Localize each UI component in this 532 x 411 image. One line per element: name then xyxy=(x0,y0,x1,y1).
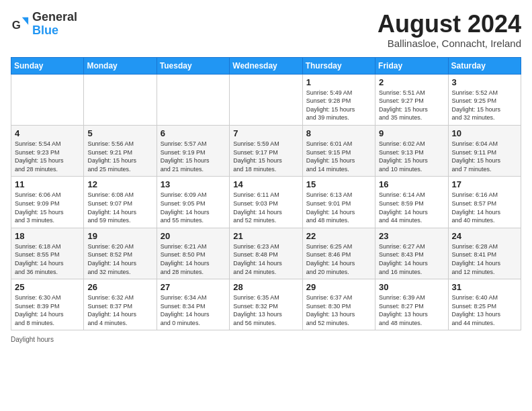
title-block: August 2024 Ballinasloe, Connacht, Irela… xyxy=(378,11,521,49)
page-header: G General Blue August 2024 Ballinasloe, … xyxy=(11,11,521,49)
calendar-header-row: SundayMondayTuesdayWednesdayThursdayFrid… xyxy=(11,57,521,74)
calendar-cell xyxy=(157,74,229,125)
day-info: Sunrise: 6:35 AM Sunset: 8:32 PM Dayligh… xyxy=(233,293,298,327)
day-info: Sunrise: 6:28 AM Sunset: 8:41 PM Dayligh… xyxy=(452,242,517,276)
calendar-cell: 21Sunrise: 6:23 AM Sunset: 8:48 PM Dayli… xyxy=(230,228,302,279)
day-info: Sunrise: 5:52 AM Sunset: 9:25 PM Dayligh… xyxy=(452,89,517,122)
day-info: Sunrise: 5:49 AM Sunset: 9:28 PM Dayligh… xyxy=(306,89,371,122)
calendar-week-row: 25Sunrise: 6:30 AM Sunset: 8:39 PM Dayli… xyxy=(11,279,521,330)
footer-note: Daylight hours xyxy=(11,336,521,343)
calendar-cell: 5Sunrise: 5:56 AM Sunset: 9:21 PM Daylig… xyxy=(84,125,157,176)
day-number: 11 xyxy=(15,179,80,189)
svg-text:G: G xyxy=(12,18,21,31)
day-info: Sunrise: 6:14 AM Sunset: 8:59 PM Dayligh… xyxy=(379,191,444,224)
logo-blue-text: Blue xyxy=(32,24,58,37)
day-number: 23 xyxy=(379,231,444,241)
day-info: Sunrise: 6:34 AM Sunset: 8:34 PM Dayligh… xyxy=(161,293,226,327)
calendar-cell: 17Sunrise: 6:16 AM Sunset: 8:57 PM Dayli… xyxy=(448,177,521,228)
calendar-cell: 29Sunrise: 6:37 AM Sunset: 8:30 PM Dayli… xyxy=(302,279,375,330)
calendar-week-row: 11Sunrise: 6:06 AM Sunset: 9:09 PM Dayli… xyxy=(11,177,521,228)
day-info: Sunrise: 5:57 AM Sunset: 9:19 PM Dayligh… xyxy=(161,140,226,173)
calendar-cell: 11Sunrise: 6:06 AM Sunset: 9:09 PM Dayli… xyxy=(11,177,84,228)
calendar-cell: 10Sunrise: 6:04 AM Sunset: 9:11 PM Dayli… xyxy=(448,125,521,176)
day-number: 17 xyxy=(452,179,517,189)
calendar-cell xyxy=(230,74,302,125)
logo-icon: G xyxy=(11,15,30,34)
day-number: 5 xyxy=(87,128,152,138)
day-number: 7 xyxy=(233,128,298,138)
day-info: Sunrise: 6:37 AM Sunset: 8:30 PM Dayligh… xyxy=(306,293,371,327)
calendar-week-row: 18Sunrise: 6:18 AM Sunset: 8:55 PM Dayli… xyxy=(11,228,521,279)
calendar-cell: 31Sunrise: 6:40 AM Sunset: 8:25 PM Dayli… xyxy=(448,279,521,330)
day-number: 9 xyxy=(379,128,444,138)
day-info: Sunrise: 6:21 AM Sunset: 8:50 PM Dayligh… xyxy=(161,242,226,276)
day-info: Sunrise: 6:16 AM Sunset: 8:57 PM Dayligh… xyxy=(452,191,517,224)
calendar-cell: 24Sunrise: 6:28 AM Sunset: 8:41 PM Dayli… xyxy=(448,228,521,279)
day-number: 2 xyxy=(379,77,444,87)
calendar-cell: 2Sunrise: 5:51 AM Sunset: 9:27 PM Daylig… xyxy=(375,74,448,125)
day-number: 26 xyxy=(87,282,152,292)
day-number: 25 xyxy=(15,282,80,292)
day-number: 10 xyxy=(452,128,517,138)
calendar-cell: 7Sunrise: 5:59 AM Sunset: 9:17 PM Daylig… xyxy=(230,125,302,176)
day-info: Sunrise: 5:59 AM Sunset: 9:17 PM Dayligh… xyxy=(233,140,298,173)
calendar-week-row: 4Sunrise: 5:54 AM Sunset: 9:23 PM Daylig… xyxy=(11,125,521,176)
month-title: August 2024 xyxy=(378,11,521,38)
calendar-cell: 28Sunrise: 6:35 AM Sunset: 8:32 PM Dayli… xyxy=(230,279,302,330)
day-info: Sunrise: 6:09 AM Sunset: 9:05 PM Dayligh… xyxy=(161,191,226,224)
calendar-cell: 19Sunrise: 6:20 AM Sunset: 8:52 PM Dayli… xyxy=(84,228,157,279)
calendar-cell: 3Sunrise: 5:52 AM Sunset: 9:25 PM Daylig… xyxy=(448,74,521,125)
calendar-day-header: Wednesday xyxy=(230,57,302,74)
calendar-cell: 8Sunrise: 6:01 AM Sunset: 9:15 PM Daylig… xyxy=(302,125,375,176)
calendar-table: SundayMondayTuesdayWednesdayThursdayFrid… xyxy=(11,57,521,331)
day-info: Sunrise: 6:11 AM Sunset: 9:03 PM Dayligh… xyxy=(233,191,298,224)
day-number: 14 xyxy=(233,179,298,189)
calendar-cell: 25Sunrise: 6:30 AM Sunset: 8:39 PM Dayli… xyxy=(11,279,84,330)
day-info: Sunrise: 6:01 AM Sunset: 9:15 PM Dayligh… xyxy=(306,140,371,173)
day-info: Sunrise: 5:51 AM Sunset: 9:27 PM Dayligh… xyxy=(379,89,444,122)
calendar-cell: 30Sunrise: 6:39 AM Sunset: 8:27 PM Dayli… xyxy=(375,279,448,330)
day-info: Sunrise: 6:02 AM Sunset: 9:13 PM Dayligh… xyxy=(379,140,444,173)
calendar-day-header: Saturday xyxy=(448,57,521,74)
calendar-cell: 9Sunrise: 6:02 AM Sunset: 9:13 PM Daylig… xyxy=(375,125,448,176)
logo-general-text: General xyxy=(32,10,77,24)
location-text: Ballinasloe, Connacht, Ireland xyxy=(378,38,521,49)
day-number: 31 xyxy=(452,282,517,292)
calendar-cell: 26Sunrise: 6:32 AM Sunset: 8:37 PM Dayli… xyxy=(84,279,157,330)
calendar-cell: 18Sunrise: 6:18 AM Sunset: 8:55 PM Dayli… xyxy=(11,228,84,279)
day-number: 12 xyxy=(87,179,152,189)
calendar-cell: 16Sunrise: 6:14 AM Sunset: 8:59 PM Dayli… xyxy=(375,177,448,228)
svg-marker-1 xyxy=(22,17,28,25)
day-number: 3 xyxy=(452,77,517,87)
calendar-cell: 22Sunrise: 6:25 AM Sunset: 8:46 PM Dayli… xyxy=(302,228,375,279)
calendar-cell xyxy=(84,74,157,125)
calendar-day-header: Friday xyxy=(375,57,448,74)
calendar-cell: 23Sunrise: 6:27 AM Sunset: 8:43 PM Dayli… xyxy=(375,228,448,279)
day-info: Sunrise: 6:13 AM Sunset: 9:01 PM Dayligh… xyxy=(306,191,371,224)
day-number: 20 xyxy=(161,231,226,241)
day-info: Sunrise: 6:30 AM Sunset: 8:39 PM Dayligh… xyxy=(15,293,80,327)
day-number: 16 xyxy=(379,179,444,189)
day-number: 15 xyxy=(306,179,371,189)
day-number: 27 xyxy=(161,282,226,292)
calendar-cell xyxy=(11,74,84,125)
day-number: 28 xyxy=(233,282,298,292)
day-number: 19 xyxy=(87,231,152,241)
calendar-day-header: Thursday xyxy=(302,57,375,74)
day-info: Sunrise: 6:18 AM Sunset: 8:55 PM Dayligh… xyxy=(15,242,80,276)
calendar-cell: 4Sunrise: 5:54 AM Sunset: 9:23 PM Daylig… xyxy=(11,125,84,176)
calendar-week-row: 1Sunrise: 5:49 AM Sunset: 9:28 PM Daylig… xyxy=(11,74,521,125)
day-info: Sunrise: 6:08 AM Sunset: 9:07 PM Dayligh… xyxy=(87,191,152,224)
day-info: Sunrise: 6:04 AM Sunset: 9:11 PM Dayligh… xyxy=(452,140,517,173)
day-number: 4 xyxy=(15,128,80,138)
day-info: Sunrise: 5:54 AM Sunset: 9:23 PM Dayligh… xyxy=(15,140,80,173)
day-number: 6 xyxy=(161,128,226,138)
calendar-cell: 12Sunrise: 6:08 AM Sunset: 9:07 PM Dayli… xyxy=(84,177,157,228)
calendar-cell: 27Sunrise: 6:34 AM Sunset: 8:34 PM Dayli… xyxy=(157,279,229,330)
day-number: 13 xyxy=(161,179,226,189)
day-info: Sunrise: 6:20 AM Sunset: 8:52 PM Dayligh… xyxy=(87,242,152,276)
day-info: Sunrise: 5:56 AM Sunset: 9:21 PM Dayligh… xyxy=(87,140,152,173)
day-number: 24 xyxy=(452,231,517,241)
day-info: Sunrise: 6:25 AM Sunset: 8:46 PM Dayligh… xyxy=(306,242,371,276)
calendar-cell: 1Sunrise: 5:49 AM Sunset: 9:28 PM Daylig… xyxy=(302,74,375,125)
